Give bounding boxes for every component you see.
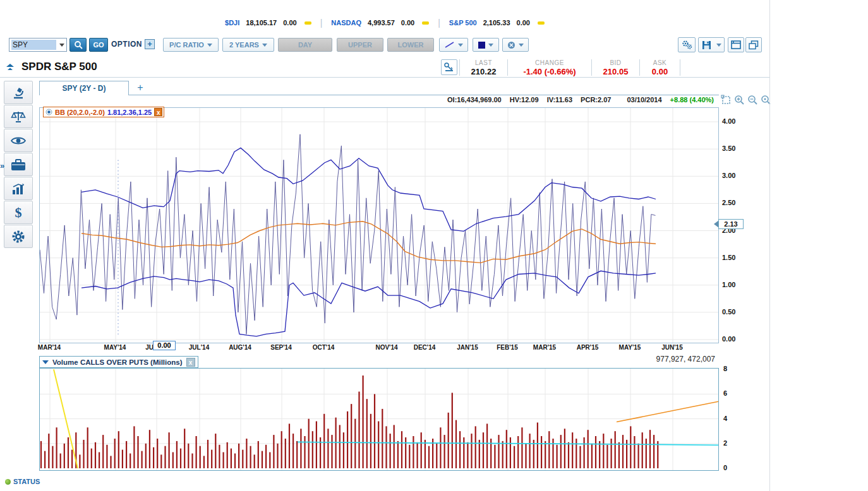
y-tick-label: 1.00: [722, 281, 735, 288]
sidebar-item-watch[interactable]: [4, 129, 33, 152]
y-tick-label: 1.50: [722, 254, 735, 261]
color-swatch-icon: [478, 42, 485, 49]
ticker-symbol: S&P 500: [449, 19, 477, 27]
sidebar-item-settings[interactable]: [4, 225, 33, 248]
zoom-out-icon[interactable]: [747, 95, 758, 105]
lower-button: LOWER: [387, 38, 434, 52]
add-tab-button[interactable]: +: [129, 81, 152, 95]
line-style-dropdown[interactable]: [439, 38, 468, 52]
chevron-down-icon[interactable]: [59, 44, 64, 47]
y-tick-label: 0.50: [722, 308, 735, 316]
x-tick-label: MAY'15: [615, 344, 644, 351]
ticker-change: 0.00: [283, 19, 296, 27]
x-tick-label: MAR'14: [35, 344, 64, 351]
sidebar-item-portfolio[interactable]: [4, 153, 33, 176]
chevron-down-icon: [519, 44, 524, 47]
ticker-sp500: S&P 500 2,105.33 0.00: [449, 19, 545, 27]
header-divider: [0, 77, 769, 78]
main-x-axis: MAR'14MAY'14JUN'14JUL'14AUG'14SEP'14OCT'…: [39, 344, 719, 352]
sidebar-expand-icon[interactable]: »: [0, 161, 4, 170]
ticker-symbol: NASDAQ: [331, 19, 361, 27]
x-tick-label: JAN'15: [453, 344, 482, 351]
volume-y-tick-label: 2: [723, 439, 727, 447]
marquee-zoom-icon[interactable]: [721, 95, 732, 105]
quote-label: CHANGE: [515, 59, 584, 66]
sidebar-item-trading[interactable]: $: [4, 201, 33, 224]
x-tick-label: SEP'14: [267, 344, 296, 351]
study-dropdown[interactable]: P/C RATIO: [163, 38, 219, 52]
panel-collapse-icon[interactable]: [42, 360, 49, 364]
dollar-icon: $: [12, 205, 25, 220]
x-tick-label: MAY'14: [100, 344, 130, 351]
symbol-input[interactable]: SPY: [11, 40, 56, 50]
pcr-value: PCR:2.07: [581, 96, 611, 104]
search-icon: [74, 40, 83, 49]
last-value-marker: 2.13: [718, 219, 744, 229]
status-label: STATUS: [13, 478, 40, 485]
microscope-icon: [11, 85, 26, 100]
go-button[interactable]: GO: [89, 38, 108, 52]
y-tick-label: 2.50: [722, 199, 735, 206]
x-tick-label: FEB'15: [493, 344, 522, 351]
volume-panel-header: Volume CALLS OVER PUTS (Millions) x: [39, 356, 198, 368]
unchanged-icon: [538, 21, 545, 25]
sidebar-item-compare[interactable]: [4, 105, 33, 128]
line-style-icon: [445, 41, 455, 49]
scales-icon: [10, 109, 27, 124]
search-button[interactable]: [69, 38, 87, 52]
crosshair-change: +8.88 (4.40%): [670, 96, 714, 104]
content-divider: [769, 0, 770, 491]
panel-close-icon[interactable]: x: [186, 358, 195, 367]
gear-icon: [11, 229, 26, 244]
status-bar: STATUS: [5, 478, 40, 485]
quote-detail-button[interactable]: [441, 59, 457, 75]
x-tick-label: APR'15: [573, 344, 602, 351]
ticker-value: 4,993.57: [368, 19, 395, 27]
quote-value: 210.22: [467, 67, 500, 76]
x-tick-label: JUL'14: [184, 344, 214, 351]
microscope-small-icon: [443, 62, 455, 73]
crosshair-y-readout: 0.00: [153, 341, 176, 350]
cascade-windows-button[interactable]: [745, 37, 762, 52]
sidebar-item-charts[interactable]: [4, 177, 33, 200]
collapse-up-icon[interactable]: [5, 62, 15, 73]
unchanged-icon: [422, 21, 429, 25]
volume-y-tick-label: 0: [723, 464, 727, 471]
volume-panel-title: Volume CALLS OVER PUTS (Millions): [52, 358, 183, 366]
zoom-controls: [721, 95, 771, 105]
quote-value: -1.40 (-0.66%): [515, 67, 584, 76]
chart-settings-button[interactable]: [678, 37, 696, 52]
bb-study-name: BB (20,2.0,-2.0): [55, 109, 105, 116]
main-chart-plot[interactable]: [39, 107, 719, 343]
bb-close-icon[interactable]: x: [154, 108, 162, 116]
sidebar-item-analyze[interactable]: [4, 81, 33, 104]
iv-value: IV:11.63: [547, 96, 572, 104]
eye-icon: [10, 134, 27, 147]
bb-study-label: BB (20,2.0,-2.0) 1.81,2.36,1.25 x: [43, 107, 164, 117]
chevron-down-icon: [488, 44, 493, 47]
bb-radio-icon[interactable]: [45, 109, 52, 115]
zoom-in-icon[interactable]: [734, 95, 745, 105]
status-dot-icon: [5, 479, 11, 485]
symbol-combobox[interactable]: SPY: [9, 38, 67, 52]
y-tick-label: 3.00: [722, 172, 735, 179]
x-tick-label: MAR'15: [530, 344, 559, 351]
option-add-icon[interactable]: +: [145, 39, 155, 49]
tab-spy-2y-d[interactable]: SPY (2Y - D): [39, 81, 129, 95]
range-dropdown[interactable]: 2 YEARS: [222, 38, 274, 52]
new-window-button[interactable]: [728, 37, 744, 52]
ticker-symbol: $DJI: [225, 19, 239, 27]
cascade-windows-icon: [749, 40, 759, 50]
chevron-down-icon: [716, 44, 721, 47]
save-chart-button[interactable]: [698, 37, 725, 52]
chart-stats-line: OI:16,434,969.00 HV:12.09 IV:11.63 PCR:2…: [39, 96, 714, 104]
volume-chart-plot[interactable]: [39, 368, 719, 471]
quote-label: ASK: [648, 59, 672, 66]
ticker-change: 0.00: [401, 19, 414, 27]
save-icon: [702, 40, 711, 50]
remove-study-dropdown[interactable]: [502, 38, 529, 52]
ticker-separator: |: [320, 18, 323, 28]
period-button: DAY: [278, 38, 332, 52]
settings-gears-icon: [682, 40, 692, 50]
color-dropdown[interactable]: [473, 38, 499, 52]
